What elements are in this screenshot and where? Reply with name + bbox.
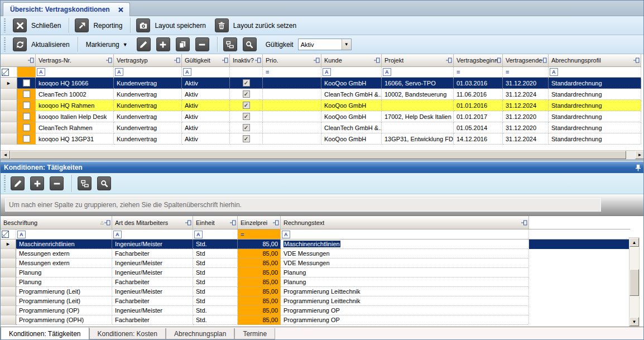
cell-gueltigkeit[interactable]: Aktiv xyxy=(182,111,230,122)
cell-beschriftung[interactable]: Programmierung (OP) xyxy=(16,306,112,315)
schliessen-button[interactable]: Schließen xyxy=(9,17,66,34)
reporting-button[interactable]: Reporting xyxy=(71,17,128,34)
scroll-down-button[interactable]: ▼ xyxy=(629,317,639,326)
cell-beschriftung[interactable]: Programmierung (Leit) xyxy=(16,287,112,296)
cell-kunde[interactable]: KooQoo GmbH xyxy=(321,100,382,111)
edit-button[interactable] xyxy=(133,36,153,53)
cell-abrechnungsprofil[interactable]: Standardrechnung xyxy=(549,89,641,100)
row-indicator[interactable]: ► xyxy=(1,78,17,89)
cell-abrechnungsprofil[interactable]: Standardrechnung xyxy=(549,133,641,145)
filter-equals-icon[interactable]: = xyxy=(264,69,269,75)
cell-einzelpreis[interactable]: 85,00 xyxy=(238,277,281,287)
inaktiv-checkbox[interactable]: ✓ xyxy=(243,135,250,142)
scrollbar-thumb[interactable] xyxy=(629,269,639,296)
cell-beschriftung[interactable]: Messungen extern xyxy=(16,258,112,268)
cell-prio[interactable] xyxy=(263,89,321,100)
add-condition-button[interactable] xyxy=(27,175,46,192)
cell-einheit[interactable]: Std. xyxy=(193,240,238,249)
cell-einzelpreis[interactable]: 85,00 xyxy=(238,240,281,249)
cell-einheit[interactable]: Std xyxy=(193,258,238,268)
cell-art[interactable]: Ingenieur/Meister xyxy=(112,268,193,277)
horizontal-scrollbar[interactable]: ◄ ► xyxy=(1,150,644,159)
tab-konditionen-t-tigkeiten[interactable]: Konditionen: Tätigkeiten xyxy=(1,327,89,340)
cell-vertragstyp[interactable]: Kundenvertrag xyxy=(114,100,182,111)
cell-vertragsende[interactable]: 31.12.2020 xyxy=(503,78,549,89)
filter-type-icon[interactable]: A xyxy=(550,68,558,76)
cell-inaktiv[interactable]: ✓ xyxy=(230,100,263,111)
filter-indicator-cell[interactable] xyxy=(1,229,16,239)
filter-type-icon[interactable]: A xyxy=(194,231,203,238)
aktualisieren-button[interactable]: Aktualisieren xyxy=(9,36,75,53)
cell-art[interactable]: Facharbeiter xyxy=(112,249,193,258)
column-header-rechnungstext[interactable]: Rechnungstext xyxy=(281,216,529,229)
cell-projekt[interactable] xyxy=(382,100,454,111)
cell-vertragsbeginn[interactable]: 01.01.2017 xyxy=(454,111,503,122)
cell-einzelpreis[interactable]: 85,00 xyxy=(238,249,281,258)
cell-einheit[interactable]: Std xyxy=(193,296,238,306)
table-row[interactable]: kooqoo Italien Help DeskKundenvertragAkt… xyxy=(1,111,641,122)
cell-vertrags_nr[interactable]: kooqoo Italien Help Desk xyxy=(36,111,114,122)
vertical-scrollbar[interactable]: ▲ ▼ xyxy=(629,237,640,327)
cell-einheit[interactable]: Std xyxy=(193,287,238,296)
filter-cell-rechnungstext[interactable]: A xyxy=(281,229,529,239)
scrollbar-track[interactable] xyxy=(626,151,635,159)
cell-prio[interactable] xyxy=(263,100,321,111)
filter-equals-icon[interactable]: = xyxy=(455,69,460,75)
cell-abrechnungsprofil[interactable]: Standardrechnung xyxy=(549,122,641,133)
cell-beschriftung[interactable]: Programmierung (OPH) xyxy=(16,315,112,325)
row-select-cell[interactable] xyxy=(17,78,36,89)
cell-art[interactable]: Facharbeiter xyxy=(112,296,193,306)
cell-projekt[interactable]: 13GP31, Entwicklung FD xyxy=(382,133,454,145)
cell-rechnungstext[interactable]: VDE Messungen xyxy=(281,258,529,268)
cell-rechnungstext[interactable]: Programmierung OP xyxy=(281,306,529,315)
row-select-checkbox[interactable] xyxy=(23,113,30,120)
filter-cell-projekt[interactable]: A xyxy=(382,67,454,77)
row-select-cell[interactable] xyxy=(17,89,36,100)
cell-einzelpreis[interactable]: 85,00 xyxy=(238,268,281,277)
cell-beschriftung[interactable]: Messungen extern xyxy=(16,249,112,258)
row-indicator[interactable] xyxy=(1,122,17,133)
cell-kunde[interactable]: KooQoo GmbH xyxy=(321,111,382,122)
delete-condition-button[interactable] xyxy=(46,175,69,192)
cell-vertrags_nr[interactable]: CleanTech 10002 xyxy=(36,89,114,100)
inaktiv-checkbox[interactable]: ✓ xyxy=(243,113,250,120)
tab-konditionen-kosten[interactable]: Konditionen: Kosten xyxy=(89,328,166,339)
table-row[interactable]: PlanungIngenieur/MeisterStd85,00Planung xyxy=(1,268,630,277)
column-header-einheit[interactable]: Einheit xyxy=(193,216,238,229)
filter-cell-art[interactable]: A xyxy=(112,229,193,239)
row-select-checkbox[interactable] xyxy=(23,135,30,142)
scroll-right-button[interactable]: ► xyxy=(635,151,644,159)
row-select-cell[interactable] xyxy=(17,122,36,133)
cell-abrechnungsprofil[interactable]: Standardrechnung xyxy=(549,100,641,111)
cell-vertragstyp[interactable]: Kundenvertrag xyxy=(114,122,182,133)
cell-prio[interactable] xyxy=(263,78,321,89)
scrollbar-track[interactable] xyxy=(629,296,639,317)
filter-type-icon[interactable]: A xyxy=(37,68,45,76)
table-row[interactable]: kooqoo HQ RahmenKundenvertragAktiv✓KooQo… xyxy=(1,100,641,111)
filter-cell-vertragsende[interactable]: = xyxy=(503,67,549,77)
delete-button[interactable] xyxy=(192,36,215,53)
row-indicator[interactable] xyxy=(1,258,16,268)
cell-rechnungstext[interactable]: Programmierung OP xyxy=(281,315,529,325)
cell-kunde[interactable]: KooQoo GmbH xyxy=(321,133,382,145)
cell-vertragsbeginn[interactable]: 14.12.2016 xyxy=(454,133,503,145)
column-header-vertragsende[interactable]: Vertragsende xyxy=(503,54,549,67)
row-select-checkbox[interactable] xyxy=(23,79,30,87)
cell-vertragsende[interactable]: 31.12.2024 xyxy=(503,89,549,100)
row-indicator[interactable] xyxy=(1,306,16,315)
cell-prio[interactable] xyxy=(263,133,321,145)
filter-cell-inaktiv[interactable] xyxy=(230,67,263,77)
column-header-einzelpreis[interactable]: Einzelprei xyxy=(238,216,281,229)
cell-inaktiv[interactable]: ✓ xyxy=(230,78,263,89)
row-indicator[interactable] xyxy=(1,296,16,306)
cell-vertragsende[interactable]: 31.12.2020 xyxy=(503,111,549,122)
cell-vertrags_nr[interactable]: kooqoo HQ 16066 xyxy=(36,78,114,89)
cell-art[interactable]: Facharbeiter xyxy=(112,277,193,287)
toolbar-drag-grip[interactable] xyxy=(3,37,8,51)
row-indicator[interactable] xyxy=(1,133,17,145)
cell-beschriftung[interactable]: Programmierung (Leit) xyxy=(16,296,112,306)
cell-inaktiv[interactable]: ✓ xyxy=(230,133,263,145)
group-conditions-button[interactable] xyxy=(74,175,94,192)
cell-vertrags_nr[interactable]: CleanTech Rahmen xyxy=(36,122,114,133)
row-select-checkbox[interactable] xyxy=(23,124,30,131)
